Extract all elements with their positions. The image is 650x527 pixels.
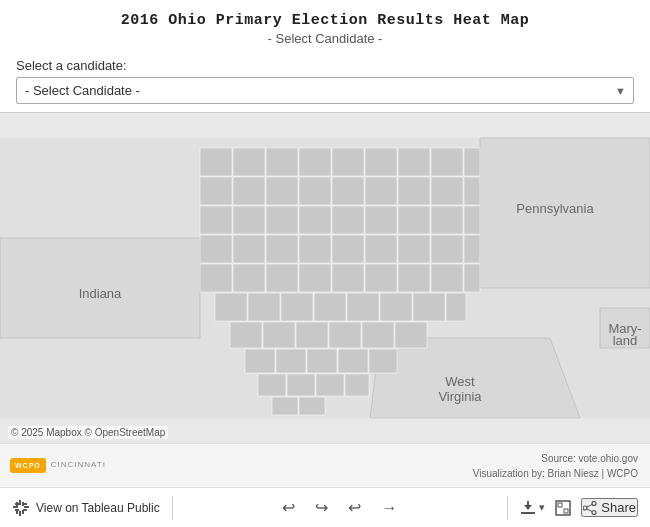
west-virginia-state [370, 338, 580, 418]
svg-rect-14 [332, 177, 364, 205]
svg-rect-74 [24, 506, 29, 508]
svg-rect-35 [431, 235, 463, 263]
dropdown-area: Select a candidate: - Select Candidate -… [0, 54, 650, 112]
svg-rect-57 [329, 322, 361, 348]
redo-icon: ↪ [315, 498, 328, 517]
svg-rect-28 [200, 235, 232, 263]
share-icon [583, 501, 597, 515]
svg-rect-9 [464, 148, 480, 176]
west-virginia-label: West [445, 374, 475, 389]
svg-line-93 [587, 508, 593, 511]
svg-rect-58 [362, 322, 394, 348]
svg-rect-50 [347, 293, 379, 321]
svg-rect-10 [200, 177, 232, 205]
svg-rect-47 [248, 293, 280, 321]
svg-rect-38 [233, 264, 265, 292]
svg-point-91 [583, 506, 587, 510]
forward-button[interactable]: → [377, 497, 401, 519]
svg-rect-51 [380, 293, 412, 321]
undo-icon: ↩ [282, 498, 295, 517]
svg-rect-85 [527, 501, 529, 508]
svg-rect-46 [215, 293, 247, 321]
svg-rect-3 [266, 148, 298, 176]
map-svg: Pennsylvania Indiana West Virginia Mary-… [0, 113, 650, 443]
indiana-label: Indiana [79, 286, 122, 301]
svg-rect-27 [464, 206, 480, 234]
svg-rect-56 [296, 322, 328, 348]
page-subtitle: - Select Candidate - [0, 31, 650, 46]
svg-rect-71 [19, 500, 21, 505]
svg-rect-60 [245, 349, 275, 373]
svg-rect-73 [13, 506, 18, 508]
svg-rect-24 [365, 206, 397, 234]
view-on-tableau[interactable]: View on Tableau Public [12, 499, 160, 517]
view-on-tableau-label: View on Tableau Public [36, 501, 160, 515]
svg-rect-43 [398, 264, 430, 292]
svg-rect-48 [281, 293, 313, 321]
svg-rect-29 [233, 235, 265, 263]
credits-area: Source: vote.ohio.gov Visualization by: … [116, 451, 650, 481]
svg-rect-44 [431, 264, 463, 292]
svg-rect-23 [332, 206, 364, 234]
svg-rect-12 [266, 177, 298, 205]
svg-point-90 [592, 510, 596, 514]
svg-rect-72 [19, 511, 21, 516]
fullscreen-button[interactable] [555, 500, 571, 516]
svg-rect-61 [276, 349, 306, 373]
download-icon [520, 500, 536, 516]
svg-rect-41 [332, 264, 364, 292]
svg-rect-82 [23, 503, 27, 505]
svg-rect-42 [365, 264, 397, 292]
candidate-select[interactable]: - Select Candidate - [16, 77, 634, 104]
footer-divider-2 [507, 496, 508, 520]
svg-rect-59 [395, 322, 427, 348]
back-button[interactable]: ↩ [344, 496, 365, 519]
svg-rect-36 [464, 235, 480, 263]
logo-area: WCPO CINCINNATI [0, 458, 116, 473]
svg-rect-8 [431, 148, 463, 176]
maryland-label2: land [613, 333, 638, 348]
back-icon: ↩ [348, 498, 361, 517]
footer-divider [172, 496, 173, 520]
dropdown-wrapper: - Select Candidate - ▼ [16, 77, 634, 104]
undo-button[interactable]: ↩ [278, 496, 299, 519]
svg-rect-34 [398, 235, 430, 263]
svg-rect-64 [369, 349, 397, 373]
svg-rect-81 [15, 503, 19, 505]
svg-rect-69 [272, 397, 298, 415]
svg-rect-63 [338, 349, 368, 373]
svg-rect-83 [521, 512, 535, 514]
svg-rect-19 [200, 206, 232, 234]
map-attribution: © 2025 Mapbox © OpenStreetMap [8, 426, 168, 439]
download-button[interactable]: ▾ [520, 500, 545, 516]
source-credit: Source: vote.ohio.gov [116, 451, 638, 466]
svg-rect-66 [287, 374, 315, 396]
svg-rect-30 [266, 235, 298, 263]
svg-rect-52 [413, 293, 445, 321]
share-button[interactable]: Share [581, 498, 638, 517]
redo-button[interactable]: ↪ [311, 496, 332, 519]
svg-rect-87 [558, 503, 562, 507]
svg-rect-62 [307, 349, 337, 373]
svg-rect-15 [365, 177, 397, 205]
forward-icon: → [381, 499, 397, 517]
west-virginia-label2: Virginia [438, 389, 482, 404]
svg-rect-54 [230, 322, 262, 348]
svg-rect-88 [564, 509, 568, 513]
svg-rect-6 [365, 148, 397, 176]
svg-rect-31 [299, 235, 331, 263]
svg-rect-13 [299, 177, 331, 205]
pennsylvania-label: Pennsylvania [516, 201, 594, 216]
wcpo-logo-text: WCPO [15, 462, 41, 469]
svg-rect-22 [299, 206, 331, 234]
fullscreen-icon [555, 500, 571, 516]
svg-rect-67 [316, 374, 344, 396]
page-title: 2016 Ohio Primary Election Results Heat … [0, 12, 650, 29]
map-area: Pennsylvania Indiana West Virginia Mary-… [0, 112, 650, 443]
svg-rect-17 [431, 177, 463, 205]
share-label: Share [601, 500, 636, 515]
svg-rect-53 [446, 293, 466, 321]
footer-controls: ↩ ↪ ↩ → [185, 496, 496, 519]
svg-rect-2 [233, 148, 265, 176]
svg-line-92 [587, 504, 593, 507]
